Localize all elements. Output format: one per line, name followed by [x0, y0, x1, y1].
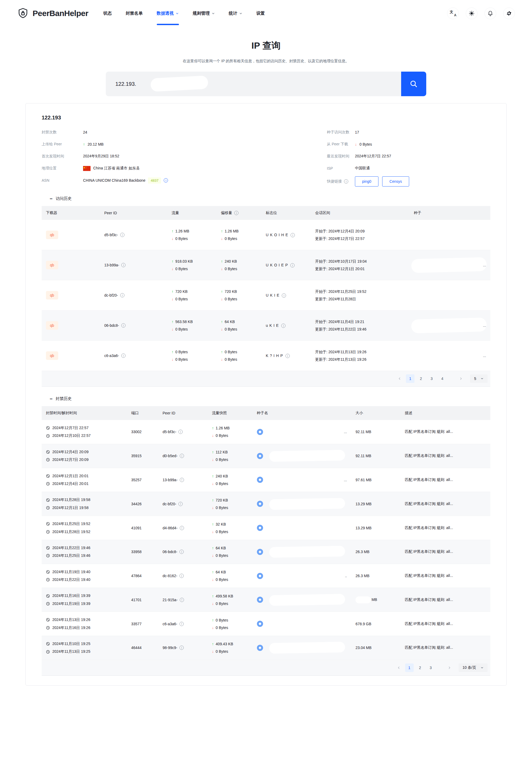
info-icon[interactable]: [179, 646, 184, 650]
client-badge[interactable]: qb: [46, 351, 58, 360]
ban-history-section-toggle[interactable]: − 封禁历史: [50, 396, 490, 401]
info-icon[interactable]: [285, 354, 290, 358]
info-icon[interactable]: [179, 550, 184, 554]
page-number-button[interactable]: 1: [405, 664, 414, 672]
china-flag-icon: [83, 166, 91, 171]
app-logo[interactable]: PeerBanHelper: [17, 7, 88, 19]
info-icon[interactable]: [180, 598, 184, 602]
asn-number-badge[interactable]: 4837: [148, 177, 161, 183]
clock-icon: [46, 506, 50, 510]
page-number-button[interactable]: 1: [406, 374, 414, 383]
info-icon[interactable]: [180, 454, 184, 458]
torrent-link-icon[interactable]: [257, 525, 263, 531]
ban-history-row: 2024年11月13日 19:26 2024年11月16日 19:26 3357…: [42, 612, 490, 636]
torrent-link-icon[interactable]: [257, 549, 263, 555]
page-size-select[interactable]: 5: [470, 374, 488, 383]
info-icon[interactable]: [121, 323, 126, 327]
col-flags: 标志位: [261, 206, 311, 220]
ban-icon: [46, 570, 50, 574]
geo-row: 地理位置 China 江苏省 南通市 如东县: [42, 164, 327, 172]
nav-item[interactable]: 规则管理: [186, 0, 222, 27]
ban-history-row: 2024年11月19日 19:40 2024年11月22日 19:40 4786…: [42, 564, 490, 588]
nav-item[interactable]: 状态: [96, 0, 119, 27]
torrent-link-icon[interactable]: [257, 501, 263, 507]
info-icon[interactable]: [178, 502, 183, 506]
client-badge[interactable]: qb: [46, 261, 58, 269]
client-badge[interactable]: qb: [46, 291, 58, 299]
clock-icon: [46, 626, 50, 630]
sun-icon: [469, 10, 475, 16]
torrent-link-icon[interactable]: [257, 429, 263, 435]
isp-row: ISP 中国联通: [327, 164, 490, 172]
nav-item[interactable]: 统计: [222, 0, 249, 27]
clock-icon: [46, 650, 50, 654]
language-button[interactable]: 文A: [447, 7, 459, 19]
down-arrow-icon: ↓: [171, 297, 173, 301]
settings-button[interactable]: [503, 7, 515, 19]
prev-page-button[interactable]: [395, 374, 404, 383]
ban-description: 匹配 IP黑名单订阅 规则: all...: [401, 516, 490, 540]
ip-search-input[interactable]: [106, 72, 401, 96]
torrent-link-icon[interactable]: [257, 645, 263, 651]
search-button[interactable]: [401, 72, 426, 96]
search-icon: [409, 79, 418, 88]
torrent-name: ...: [414, 323, 486, 327]
access-history-section-toggle[interactable]: − 访问历史: [50, 196, 490, 201]
torrent-link-icon[interactable]: [257, 453, 263, 459]
theme-toggle-button[interactable]: [466, 7, 478, 19]
nav-item[interactable]: 数据透视: [150, 0, 186, 27]
page-number-button[interactable]: 2: [417, 374, 425, 383]
header-actions: 文A: [447, 7, 515, 19]
session-update: 更新于: 2024年12月7日 22:57: [315, 235, 405, 242]
info-icon[interactable]: [234, 211, 238, 215]
ping0-link-button[interactable]: ping0: [355, 176, 378, 186]
down-arrow-icon: ↓: [221, 297, 223, 301]
notifications-button[interactable]: [484, 7, 496, 19]
next-page-button[interactable]: [445, 664, 454, 672]
client-badge[interactable]: qb: [46, 321, 58, 330]
up-arrow-icon: ↑: [212, 426, 214, 430]
torrent-link-icon[interactable]: [257, 597, 263, 603]
censys-link-button[interactable]: Censys: [382, 176, 409, 186]
info-icon[interactable]: [281, 323, 285, 328]
up-arrow-icon: ↑: [221, 259, 223, 263]
nav-item[interactable]: 设置: [249, 0, 272, 27]
chevron-down-icon: [480, 377, 484, 380]
app-title: PeerBanHelper: [33, 9, 88, 18]
torrent-link-icon[interactable]: [257, 477, 263, 483]
torrent-link-icon[interactable]: [257, 573, 263, 579]
info-icon[interactable]: [121, 263, 126, 267]
page-size-select[interactable]: 10 条/页: [459, 664, 488, 672]
info-icon[interactable]: [179, 574, 184, 578]
port: 35257: [127, 468, 158, 492]
info-icon[interactable]: [120, 233, 124, 237]
info-icon[interactable]: [180, 526, 184, 530]
info-icon[interactable]: [290, 263, 295, 267]
info-icon[interactable]: [282, 293, 286, 298]
torrent-link-icon[interactable]: [257, 621, 263, 627]
info-icon[interactable]: [179, 622, 184, 626]
info-icon[interactable]: [120, 293, 124, 297]
chevron-down-icon: [212, 12, 215, 15]
page-number-button[interactable]: 3: [427, 664, 435, 672]
info-icon[interactable]: [180, 478, 184, 482]
info-icon[interactable]: [291, 233, 295, 237]
client-badge[interactable]: qb: [46, 230, 58, 239]
info-icon[interactable]: [344, 179, 348, 183]
prev-page-button[interactable]: [394, 664, 403, 672]
page-number-button[interactable]: 3: [427, 374, 436, 383]
ban-icon: [46, 498, 50, 502]
unban-time: 2024年11月13日 19:25: [52, 648, 90, 655]
up-arrow-icon: ↑: [221, 319, 223, 324]
up-arrow-icon: ↑: [171, 259, 173, 263]
info-icon[interactable]: [121, 353, 126, 358]
redaction-blob: [269, 498, 345, 510]
next-page-button[interactable]: [457, 374, 465, 383]
info-icon[interactable]: [178, 430, 183, 434]
nav-item[interactable]: 封禁名单: [119, 0, 150, 27]
info-icon[interactable]: [164, 178, 168, 182]
page-number-button[interactable]: 2: [416, 664, 424, 672]
page-number-button[interactable]: 4: [438, 374, 447, 383]
col-port: 端口: [127, 406, 158, 420]
ip-result-card: 122.193 封禁次数 24 上传给 Peer ↑20.12 MB 首次发现时…: [25, 103, 507, 686]
